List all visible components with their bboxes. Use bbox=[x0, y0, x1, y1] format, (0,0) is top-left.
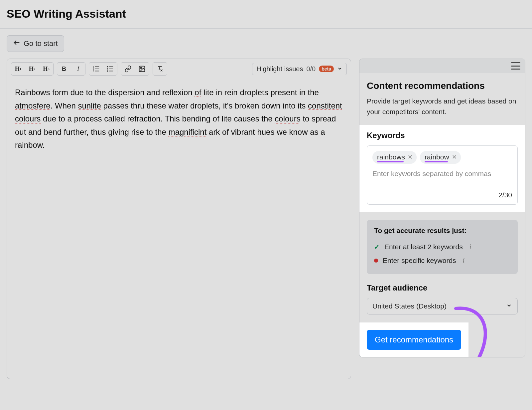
tips-title: To get accurate results just: bbox=[374, 227, 510, 235]
editor-text[interactable]: passes thru these water droplets, it's b… bbox=[101, 101, 308, 110]
keywords-label: Keywords bbox=[367, 131, 518, 140]
info-icon[interactable]: i bbox=[469, 243, 471, 251]
panel-title: Content recommendations bbox=[367, 81, 518, 91]
editor-text[interactable]: due to a process called refraction. This… bbox=[41, 114, 275, 123]
unordered-list-button[interactable] bbox=[103, 63, 117, 75]
chip-label: rainbow bbox=[425, 153, 449, 161]
info-icon[interactable]: i bbox=[463, 256, 465, 265]
tips-card: To get accurate results just: ✓ Enter at… bbox=[367, 220, 518, 274]
clear-format-button[interactable] bbox=[153, 63, 167, 75]
target-audience-select[interactable]: United States (Desktop) bbox=[367, 298, 518, 314]
ordered-list-button[interactable]: 123 bbox=[89, 63, 103, 75]
spelling-error[interactable]: atmosfere bbox=[15, 101, 51, 110]
panel-subtitle: Provide target keywords and get ideas ba… bbox=[367, 96, 518, 117]
go-to-start-label: Go to start bbox=[24, 39, 58, 48]
svg-point-9 bbox=[107, 68, 108, 70]
svg-point-7 bbox=[107, 66, 108, 68]
editor-panel: H1 H2 H3 B I 123 bbox=[7, 59, 351, 379]
target-audience-section: Target audience United States (Desktop) bbox=[367, 283, 518, 314]
svg-rect-6 bbox=[95, 71, 99, 72]
chip-remove-icon[interactable]: ✕ bbox=[452, 153, 457, 161]
svg-rect-8 bbox=[109, 67, 113, 67]
dot-icon bbox=[374, 259, 378, 263]
svg-rect-12 bbox=[109, 71, 113, 72]
h2-button[interactable]: H2 bbox=[25, 63, 39, 75]
chip-label: rainbows bbox=[377, 153, 405, 161]
arrow-left-icon bbox=[13, 39, 20, 48]
chevron-down-icon bbox=[337, 65, 342, 73]
svg-text:3: 3 bbox=[93, 70, 94, 72]
get-recommendations-button[interactable]: Get recommendations bbox=[367, 330, 461, 350]
h1-button[interactable]: H1 bbox=[11, 63, 25, 75]
keyword-chip: rainbows✕ bbox=[372, 151, 417, 164]
image-button[interactable] bbox=[135, 63, 149, 75]
svg-rect-2 bbox=[95, 67, 99, 67]
svg-rect-10 bbox=[109, 69, 113, 69]
spelling-error[interactable]: magnificint bbox=[169, 127, 207, 136]
check-icon: ✓ bbox=[374, 243, 380, 251]
chip-remove-icon[interactable]: ✕ bbox=[408, 153, 413, 161]
editor-text[interactable]: lite in rein droplets present in the bbox=[201, 88, 319, 97]
highlight-label: Highlight issues bbox=[256, 65, 303, 73]
spelling-error[interactable]: constitent bbox=[308, 101, 342, 110]
spelling-error[interactable]: sunlite bbox=[78, 101, 101, 110]
editor-text[interactable]: . When bbox=[51, 101, 78, 110]
spelling-error[interactable]: colours bbox=[275, 114, 300, 123]
editor-toolbar: H1 H2 H3 B I 123 bbox=[7, 59, 351, 79]
tip-row-2: Enter specific keywords i bbox=[374, 254, 510, 267]
page-header: SEO Writing Assistant bbox=[0, 0, 532, 29]
keywords-count: 2/30 bbox=[372, 191, 512, 199]
italic-button[interactable]: I bbox=[71, 63, 85, 75]
chevron-down-icon bbox=[506, 302, 512, 310]
keyword-chip: rainbow✕ bbox=[420, 151, 461, 164]
panel-menu-icon[interactable] bbox=[511, 62, 520, 70]
editor-textarea[interactable]: Rainbows form due to the dispersion and … bbox=[7, 79, 351, 379]
recommendations-panel: Content recommendations Provide target k… bbox=[359, 59, 525, 357]
tip-row-1: ✓ Enter at least 2 keywords i bbox=[374, 240, 510, 254]
keywords-section: Keywords rainbows✕rainbow✕ Enter keyword… bbox=[359, 125, 525, 212]
bold-button[interactable]: B bbox=[57, 63, 71, 75]
editor-text[interactable]: Rainbows form due to the dispersion and … bbox=[15, 88, 195, 97]
svg-rect-4 bbox=[95, 69, 99, 69]
h3-button[interactable]: H3 bbox=[39, 63, 53, 75]
cta-highlight: Get recommendations bbox=[359, 322, 468, 357]
spelling-error[interactable]: colours bbox=[15, 114, 41, 123]
keywords-input-card[interactable]: rainbows✕rainbow✕ Enter keywords separat… bbox=[367, 145, 518, 205]
target-value: United States (Desktop) bbox=[372, 302, 447, 310]
svg-point-11 bbox=[107, 71, 108, 72]
highlight-issues-dropdown[interactable]: Highlight issues 0/0 beta bbox=[252, 63, 347, 75]
keywords-placeholder: Enter keywords separated by commas bbox=[372, 170, 512, 178]
tip-2-text: Enter specific keywords bbox=[383, 257, 456, 265]
highlight-count: 0/0 bbox=[306, 65, 316, 73]
tip-1-text: Enter at least 2 keywords bbox=[384, 243, 463, 251]
go-to-start-button[interactable]: Go to start bbox=[7, 35, 64, 52]
beta-badge: beta bbox=[319, 66, 334, 72]
target-label: Target audience bbox=[367, 283, 518, 293]
svg-point-14 bbox=[140, 67, 142, 69]
page-title: SEO Writing Assistant bbox=[7, 7, 525, 20]
link-button[interactable] bbox=[121, 63, 135, 75]
spelling-error[interactable]: of bbox=[195, 88, 201, 97]
